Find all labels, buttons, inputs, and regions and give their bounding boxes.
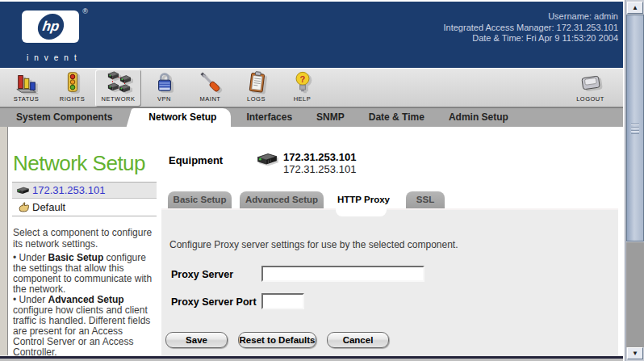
traffic-light-icon (61, 70, 85, 94)
sidebar: Network Setup 172.31.253.101 Default Sel… (12, 127, 160, 355)
subtab-ssl[interactable]: SSL (406, 191, 445, 208)
component-item-ip[interactable]: 172.31.253.101 (12, 182, 157, 199)
toolbar-label-help: HELP (294, 95, 312, 103)
toolbar-label-logs: LOGS (247, 95, 266, 103)
proxy-server-port-label: Proxy Server Port (171, 296, 257, 308)
session-info: Username: admin Integrated Access Manage… (444, 11, 619, 44)
scrollbar-grip-icon (631, 124, 639, 134)
toolbar-label-vpn: VPN (157, 95, 171, 103)
scroll-up-icon: ▲ (632, 5, 638, 11)
toolbar-label-status: STATUS (14, 95, 39, 103)
hp-logo-icon: hp (36, 14, 65, 40)
vertical-scrollbar: ▲ ▼ (625, 0, 644, 361)
hand-icon (18, 201, 30, 213)
equipment-device-icon (256, 152, 278, 166)
main-panel: Equipment 172.31.253.101 172.31.253.101 … (161, 127, 623, 355)
toolbar-item-logs[interactable]: LOGS (233, 69, 279, 107)
registered-mark: ® (82, 7, 88, 15)
toolbar-item-vpn[interactable]: VPN (141, 69, 187, 107)
tab-snmp[interactable]: SNMP (304, 108, 357, 127)
toolbar-item-status[interactable]: STATUS (3, 69, 49, 107)
page-title: Network Setup (13, 151, 145, 176)
scroll-down-icon: ▼ (632, 351, 638, 357)
scrollbar-down-button[interactable]: ▼ (627, 347, 643, 359)
svg-text:?: ? (299, 74, 305, 84)
toolbar-item-network[interactable]: NETWORK (95, 69, 141, 107)
device-icon (16, 186, 30, 195)
hp-invent-label: invent (27, 53, 82, 62)
subtab-basic-setup[interactable]: Basic Setup (168, 191, 232, 208)
tab-admin-setup[interactable]: Admin Setup (437, 108, 521, 127)
toolbar-item-logout[interactable]: LOGOUT (567, 69, 613, 107)
toolbar-item-help[interactable]: ? HELP (279, 69, 325, 107)
hp-logo-box: hp ® (22, 10, 79, 43)
reset-to-defaults-button[interactable]: Reset to Defaults (238, 332, 316, 348)
cancel-button[interactable]: Cancel (327, 332, 389, 348)
subtab-http-proxy[interactable]: HTTP Proxy (331, 191, 396, 208)
button-row: Save Reset to Defaults Cancel (165, 332, 389, 348)
clipboard-icon (245, 70, 269, 94)
toolbar-item-maint[interactable]: MAINT (187, 69, 233, 107)
subtab-advanced-setup[interactable]: Advanced Setup (240, 191, 324, 208)
help-bulb-icon: ? (291, 70, 315, 94)
scrollbar-up-button[interactable]: ▲ (627, 2, 643, 14)
screwdriver-icon (199, 70, 223, 94)
banner: hp ® invent Username: admin Integrated A… (0, 2, 623, 68)
active-tab-notch (336, 208, 387, 216)
bar-chart-icon (15, 70, 39, 94)
save-button[interactable]: Save (165, 332, 228, 348)
toolbar-label-logout: LOGOUT (576, 95, 604, 103)
http-proxy-panel: Configure Proxy server settings for use … (161, 208, 618, 355)
datetime-line: Date & Time: Fri Apr 9 11:53:20 2004 (444, 33, 619, 44)
username-line: Username: admin (444, 11, 619, 23)
network-icon (107, 70, 131, 94)
toolbar-label-rights: RIGHTS (60, 95, 85, 103)
component-item-default[interactable]: Default (12, 199, 157, 216)
proxy-server-label: Proxy Server (171, 269, 233, 280)
manager-line: Integrated Access Manager: 172.31.253.10… (444, 23, 619, 34)
toolbar-label-network: NETWORK (102, 95, 136, 103)
component-ip-link[interactable]: 172.31.253.101 (32, 184, 105, 196)
padlock-icon (153, 70, 177, 94)
tab-system-components[interactable]: System Components (0, 108, 124, 127)
hp-logo: hp ® invent (22, 10, 82, 62)
panel-description: Configure Proxy server settings for use … (169, 239, 458, 250)
equipment-name: 172.31.253.101 (283, 151, 356, 163)
toolbar-item-rights[interactable]: RIGHTS (49, 69, 95, 107)
equipment-label: Equipment (169, 154, 223, 166)
main-nav-tabbar: System Components Network Setup Interfac… (0, 107, 623, 127)
proxy-server-port-input[interactable] (261, 293, 304, 309)
bullet-basic-setup: • Under Basic Setup configure the settin… (13, 253, 157, 295)
content-area: Network Setup 172.31.253.101 Default Sel… (7, 127, 623, 355)
toolbar-label-maint: MAINT (200, 95, 221, 103)
toolbar: STATUS RIGHTS (0, 68, 623, 107)
sidebar-intro-text: Select a component to configure its netw… (13, 227, 155, 250)
tab-date-time[interactable]: Date & Time (357, 108, 437, 127)
logout-key-icon (579, 70, 603, 94)
scrollbar-track[interactable] (626, 242, 644, 347)
tab-network-setup[interactable]: Network Setup (134, 108, 231, 127)
sidebar-help-bullets: • Under Basic Setup configure the settin… (13, 253, 157, 355)
scrollbar-thumb[interactable] (626, 15, 644, 241)
proxy-server-input[interactable] (261, 266, 424, 282)
tab-interfaces[interactable]: Interfaces (234, 108, 304, 127)
component-list: 172.31.253.101 Default (12, 182, 157, 216)
component-default-link[interactable]: Default (32, 201, 65, 213)
bullet-advanced-setup: • Under Advanced Setup configure how cli… (13, 295, 157, 355)
equipment-address: 172.31.253.101 (283, 163, 356, 175)
